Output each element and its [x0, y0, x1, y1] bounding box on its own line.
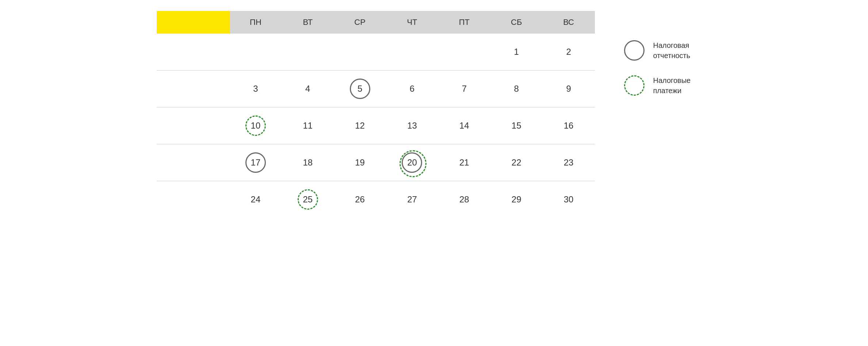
day-number: 13	[402, 115, 422, 136]
empty-label	[157, 107, 230, 144]
legend-text: Налоговая отчетность	[653, 40, 712, 61]
day-cell: 22	[490, 144, 543, 181]
calendar-row: 24252627282930	[157, 181, 595, 218]
day-cell	[438, 34, 490, 70]
day-cell: 4	[282, 71, 334, 107]
month-title-cell	[157, 11, 230, 34]
day-cell: 6	[386, 71, 438, 107]
calendar-wrapper: ПНВТСРЧТПТСБВС 1234567891011121314151617…	[157, 11, 712, 218]
calendar-header: ПНВТСРЧТПТСБВС	[157, 11, 595, 34]
day-number: 7	[454, 79, 474, 99]
day-header: ВС	[543, 11, 595, 34]
day-number: 20	[402, 152, 422, 173]
day-number: 6	[402, 79, 422, 99]
day-number: 24	[245, 189, 266, 210]
day-number: 23	[558, 152, 579, 173]
day-header: СБ	[490, 11, 543, 34]
day-cell: 12	[334, 107, 386, 144]
day-cell: 8	[490, 71, 543, 107]
day-cell: 2	[543, 34, 595, 70]
day-header: СР	[334, 11, 386, 34]
day-number: 11	[298, 115, 318, 136]
day-cell: 26	[334, 181, 386, 218]
day-number: 22	[506, 152, 527, 173]
legend: Налоговая отчетностьНалоговые платежи	[617, 11, 712, 96]
day-number: 16	[558, 115, 579, 136]
calendar-row: 17181920212223	[157, 144, 595, 181]
day-number: 14	[454, 115, 474, 136]
day-number: 30	[558, 189, 579, 210]
day-cell: 20	[386, 144, 438, 181]
day-cell	[230, 34, 282, 70]
day-cell: 28	[438, 181, 490, 218]
day-number	[350, 42, 370, 62]
day-cell: 18	[282, 144, 334, 181]
day-cell: 24	[230, 181, 282, 218]
day-cell	[386, 34, 438, 70]
day-cell: 19	[334, 144, 386, 181]
legend-circle-dashed	[624, 75, 645, 96]
calendar: ПНВТСРЧТПТСБВС 1234567891011121314151617…	[157, 11, 595, 218]
day-number: 15	[506, 115, 527, 136]
day-number: 3	[245, 79, 266, 99]
day-cell: 1	[490, 34, 543, 70]
day-number: 25	[298, 189, 318, 210]
day-cell: 25	[282, 181, 334, 218]
day-number: 27	[402, 189, 422, 210]
day-number: 21	[454, 152, 474, 173]
legend-item: Налоговая отчетность	[624, 40, 712, 61]
day-number	[245, 42, 266, 62]
day-number: 28	[454, 189, 474, 210]
day-number: 5	[350, 79, 370, 99]
day-header: ПТ	[438, 11, 490, 34]
empty-label	[157, 34, 230, 70]
day-number: 2	[558, 42, 579, 62]
day-number: 12	[350, 115, 370, 136]
day-number: 8	[506, 79, 527, 99]
day-header: ЧТ	[386, 11, 438, 34]
legend-text: Налоговые платежи	[653, 75, 712, 96]
calendar-row: 12	[157, 34, 595, 71]
day-cell: 30	[543, 181, 595, 218]
day-number: 26	[350, 189, 370, 210]
day-cell: 9	[543, 71, 595, 107]
day-header: ПН	[230, 11, 282, 34]
legend-circle-solid	[624, 40, 645, 61]
day-number	[402, 42, 422, 62]
calendar-row: 10111213141516	[157, 107, 595, 144]
day-cell: 7	[438, 71, 490, 107]
day-cell: 10	[230, 107, 282, 144]
legend-item: Налоговые платежи	[624, 75, 712, 96]
day-number: 17	[245, 152, 266, 173]
day-number	[454, 42, 474, 62]
day-cell	[282, 34, 334, 70]
day-cell: 29	[490, 181, 543, 218]
day-number: 4	[298, 79, 318, 99]
day-number: 29	[506, 189, 527, 210]
day-number: 1	[506, 42, 527, 62]
day-cell: 16	[543, 107, 595, 144]
day-cell: 13	[386, 107, 438, 144]
day-number: 19	[350, 152, 370, 173]
empty-label	[157, 181, 230, 218]
empty-label	[157, 71, 230, 107]
day-cell	[334, 34, 386, 70]
empty-label	[157, 144, 230, 181]
day-number: 10	[245, 115, 266, 136]
calendar-row: 3456789	[157, 71, 595, 107]
day-cell: 27	[386, 181, 438, 218]
day-number	[298, 42, 318, 62]
calendar-body: 1234567891011121314151617181920212223242…	[157, 34, 595, 218]
day-cell: 23	[543, 144, 595, 181]
day-cell: 14	[438, 107, 490, 144]
day-number: 9	[558, 79, 579, 99]
day-number: 18	[298, 152, 318, 173]
day-cell: 3	[230, 71, 282, 107]
day-cell: 11	[282, 107, 334, 144]
day-cell: 17	[230, 144, 282, 181]
day-cell: 5	[334, 71, 386, 107]
day-cell: 21	[438, 144, 490, 181]
day-cell: 15	[490, 107, 543, 144]
day-header: ВТ	[282, 11, 334, 34]
